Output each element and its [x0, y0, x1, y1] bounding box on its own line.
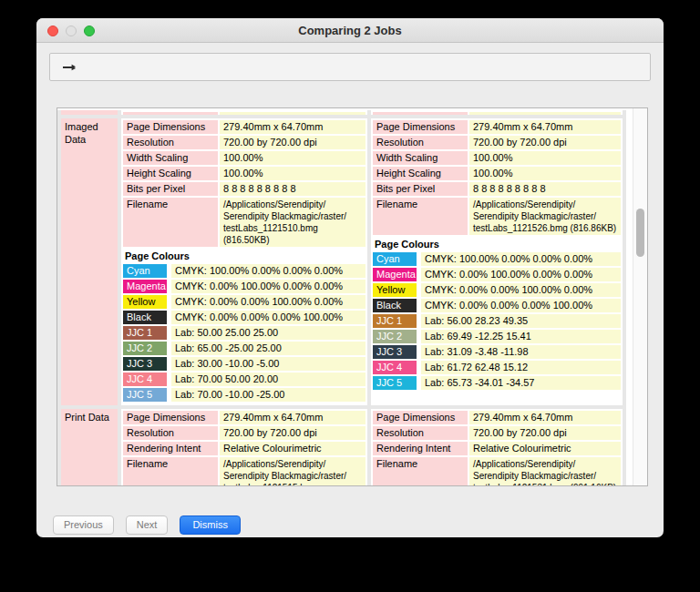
- colour-row: JJC 3 Lab: 31.09 -3.48 -11.98: [373, 345, 621, 359]
- toolbar: [49, 53, 651, 81]
- field-row: Rendering Intent Relative Colourimetric: [123, 442, 365, 455]
- field-row: Filename /Applications/Serendipity/ Sere…: [373, 198, 621, 235]
- field-value: 100.00%: [469, 151, 621, 165]
- field-row: Page Dimensions 279.40mm x 64.70mm: [123, 120, 365, 134]
- colour-value: Lab: 61.72 62.48 15.12: [421, 361, 621, 374]
- clipped-row-above: [61, 110, 626, 115]
- previous-button[interactable]: Previous: [53, 515, 114, 535]
- window-title: Comparing 2 Jobs: [36, 18, 664, 43]
- job1-print-panel: Page Dimensions 279.40mm x 64.70mm Resol…: [121, 409, 367, 485]
- field-label: Resolution: [123, 136, 218, 149]
- colour-swatch: Magenta: [373, 268, 417, 281]
- colour-row: Cyan CMYK: 100.00% 0.00% 0.00% 0.00%: [373, 252, 621, 266]
- field-value: 100.00%: [220, 167, 365, 180]
- colour-row: JJC 3 Lab: 30.00 -10.00 -5.00: [123, 357, 365, 371]
- section-print-data: Print Data Page Dimensions 279.40mm x 64…: [61, 409, 626, 485]
- field-label: Filename: [123, 198, 218, 247]
- section-label: Print Data: [61, 409, 118, 485]
- colour-swatch: JJC 1: [373, 314, 417, 328]
- scroll-viewport[interactable]: Imaged Data Page Dimensions 279.40mm x 6…: [57, 108, 633, 485]
- field-row: Page Dimensions 279.40mm x 64.70mm: [123, 411, 365, 424]
- section-label: Imaged Data: [61, 118, 118, 405]
- field-row: Bits per Pixel 8 8 8 8 8 8 8 8 8: [123, 182, 365, 196]
- colour-swatch: JJC 4: [123, 373, 167, 386]
- field-label: Page Dimensions: [373, 120, 468, 134]
- job2-print-panel: Page Dimensions 279.40mm x 64.70mm Resol…: [371, 409, 623, 485]
- field-value: 100.00%: [220, 151, 365, 165]
- colour-value: CMYK: 0.00% 0.00% 0.00% 100.00%: [171, 311, 365, 324]
- colour-swatch: Cyan: [373, 252, 417, 266]
- field-label: Bits per Pixel: [123, 182, 218, 196]
- colour-swatch: JJC 2: [373, 330, 417, 343]
- field-row: Filename /Applications/Serendipity/ Sere…: [373, 457, 621, 485]
- colour-value: Lab: 69.49 -12.25 15.41: [421, 330, 621, 343]
- field-row: Page Dimensions 279.40mm x 64.70mm: [373, 120, 621, 134]
- field-value: 100.00%: [469, 167, 621, 180]
- close-button[interactable]: [47, 26, 58, 36]
- colour-value: Lab: 65.00 -25.00 25.00: [171, 342, 365, 355]
- field-label: Resolution: [373, 426, 468, 440]
- field-row: Page Dimensions 279.40mm x 64.70mm: [373, 411, 621, 424]
- minimize-button[interactable]: [66, 26, 77, 36]
- colour-row: Magenta CMYK: 0.00% 100.00% 0.00% 0.00%: [373, 268, 621, 281]
- dismiss-button[interactable]: Dismiss: [180, 515, 241, 535]
- colour-swatch: JJC 1: [123, 326, 167, 340]
- colour-swatch: JJC 3: [373, 345, 417, 359]
- section-imaged-data: Imaged Data Page Dimensions 279.40mm x 6…: [61, 118, 626, 405]
- colour-swatch: JJC 2: [123, 342, 167, 355]
- zoom-button[interactable]: [84, 26, 95, 36]
- colour-swatch: JJC 5: [373, 376, 417, 390]
- field-value: Relative Colourimetric: [469, 442, 621, 455]
- colour-row: Cyan CMYK: 100.00% 0.00% 0.00% 0.00%: [123, 264, 365, 278]
- colour-swatch: JJC 3: [123, 357, 167, 371]
- colour-row: Yellow CMYK: 0.00% 0.00% 100.00% 0.00%: [123, 295, 365, 309]
- colour-value: Lab: 30.00 -10.00 -5.00: [171, 357, 365, 371]
- field-row: Width Scaling 100.00%: [123, 151, 365, 165]
- colour-value: Lab: 56.00 28.23 49.35: [421, 314, 621, 328]
- colour-swatch: Magenta: [123, 280, 167, 293]
- window-controls: [47, 26, 95, 36]
- vertical-scrollbar-thumb[interactable]: [636, 209, 644, 257]
- vertical-scrollbar[interactable]: [633, 108, 647, 485]
- field-label: Width Scaling: [373, 151, 468, 165]
- field-label: Height Scaling: [123, 167, 218, 180]
- field-row: Resolution 720.00 by 720.00 dpi: [123, 426, 365, 440]
- page-colours-heading: Page Colours: [125, 250, 364, 261]
- job1-imaged-panel: Page Dimensions 279.40mm x 64.70mm Resol…: [121, 118, 367, 405]
- field-value: 720.00 by 720.00 dpi: [220, 136, 365, 149]
- colour-row: JJC 4 Lab: 70.00 50.00 20.00: [123, 373, 365, 386]
- colour-swatch: Black: [123, 311, 167, 324]
- field-row: Resolution 720.00 by 720.00 dpi: [373, 426, 621, 440]
- field-label: Filename: [373, 198, 468, 235]
- field-row: Resolution 720.00 by 720.00 dpi: [123, 136, 365, 149]
- colour-value: Lab: 65.73 -34.01 -34.57: [421, 376, 621, 390]
- colour-row: JJC 2 Lab: 65.00 -25.00 25.00: [123, 342, 365, 355]
- next-button[interactable]: Next: [126, 515, 169, 535]
- colour-value: CMYK: 0.00% 0.00% 100.00% 0.00%: [171, 295, 365, 309]
- field-row: Bits per Pixel 8 8 8 8 8 8 8 8 8: [373, 182, 621, 196]
- field-label: Filename: [123, 457, 218, 485]
- field-row: Filename /Applications/Serendipity/ Sere…: [123, 457, 365, 485]
- field-label: Resolution: [123, 426, 218, 440]
- colour-value: CMYK: 100.00% 0.00% 0.00% 0.00%: [171, 264, 365, 278]
- colour-swatch: Yellow: [123, 295, 167, 309]
- field-row: Resolution 720.00 by 720.00 dpi: [373, 136, 621, 149]
- field-label: Filename: [373, 457, 468, 485]
- colour-swatch: Cyan: [123, 264, 167, 278]
- colour-row: Yellow CMYK: 0.00% 0.00% 100.00% 0.00%: [373, 283, 621, 297]
- colour-value: Lab: 31.09 -3.48 -11.98: [421, 345, 621, 359]
- field-label: Height Scaling: [373, 167, 468, 180]
- colour-row: Magenta CMYK: 0.00% 100.00% 0.00% 0.00%: [123, 280, 365, 293]
- colour-swatch: Black: [373, 299, 417, 312]
- colour-value: CMYK: 100.00% 0.00% 0.00% 0.00%: [421, 252, 621, 266]
- field-row: Height Scaling 100.00%: [373, 167, 621, 180]
- colour-value: CMYK: 0.00% 100.00% 0.00% 0.00%: [421, 268, 621, 281]
- field-value: Relative Colourimetric: [220, 442, 365, 455]
- colour-row: JJC 5 Lab: 70.00 -10.00 -25.00: [123, 388, 365, 402]
- title-bar[interactable]: Comparing 2 Jobs: [36, 18, 664, 43]
- colour-value: CMYK: 0.00% 0.00% 100.00% 0.00%: [421, 283, 621, 297]
- field-value: 720.00 by 720.00 dpi: [469, 136, 621, 149]
- wrench-icon[interactable]: [62, 60, 77, 75]
- colour-row: JJC 4 Lab: 61.72 62.48 15.12: [373, 361, 621, 374]
- colour-row: Black CMYK: 0.00% 0.00% 0.00% 100.00%: [123, 311, 365, 324]
